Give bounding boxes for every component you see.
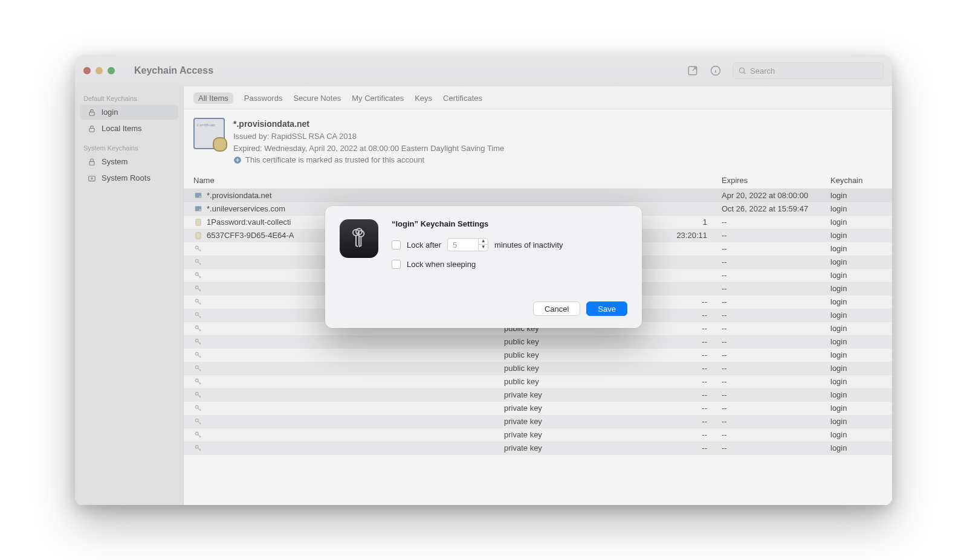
lock-after-label: Lock after <box>407 240 441 249</box>
cancel-button[interactable]: Cancel <box>533 301 580 316</box>
stepper-down-icon[interactable]: ▼ <box>479 245 488 251</box>
lock-when-sleeping-checkbox[interactable] <box>392 260 401 269</box>
save-button[interactable]: Save <box>586 301 627 316</box>
lock-after-checkbox[interactable] <box>392 240 401 249</box>
keychain-settings-modal: “login” Keychain Settings Lock after ▲ ▼… <box>325 206 642 328</box>
lock-when-sleeping-label: Lock when sleeping <box>407 260 476 269</box>
lock-after-minutes-input[interactable] <box>448 240 478 249</box>
lock-after-suffix: minutes of inactivity <box>494 240 563 249</box>
app-window: Keychain Access Search Default Keychains… <box>75 55 892 505</box>
keychain-app-icon <box>340 219 378 258</box>
lock-after-minutes-stepper[interactable]: ▲ ▼ <box>447 238 488 251</box>
modal-title: “login” Keychain Settings <box>392 219 627 228</box>
